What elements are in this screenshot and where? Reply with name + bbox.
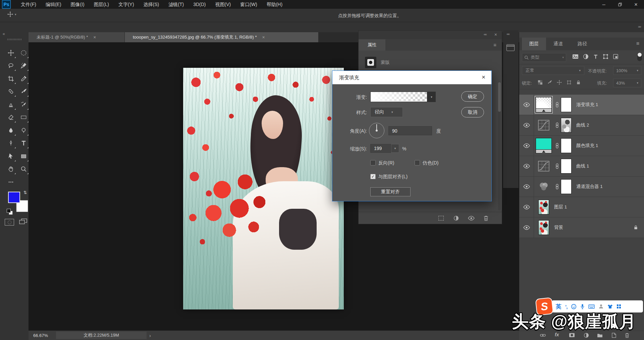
align-with-layer-checkbox[interactable] <box>370 174 376 179</box>
collapse-panels-icon[interactable]: «« <box>506 32 509 36</box>
reset-alignment-button[interactable]: 重置对齐 <box>370 187 411 196</box>
apply-mask-icon[interactable] <box>453 215 459 221</box>
tab-properties[interactable]: 属性 <box>359 39 385 51</box>
layer-row-gradient-fill[interactable]: 渐变填充 1 <box>519 95 644 115</box>
dialog-title-bar[interactable]: 渐变填充 × <box>332 71 491 84</box>
opacity-dropdown[interactable]: 100% <box>613 66 641 75</box>
layer-mask-thumbnail[interactable] <box>561 97 572 112</box>
collapse-panel-icon[interactable]: «« <box>484 32 486 36</box>
style-dropdown[interactable]: 径向 <box>370 107 403 117</box>
ime-language-mode[interactable]: 英 <box>556 303 561 310</box>
menu-type[interactable]: 文字(Y) <box>114 0 139 9</box>
panel-menu-icon[interactable] <box>636 41 639 47</box>
new-layer-icon[interactable] <box>611 333 616 338</box>
ok-button[interactable]: 确定 <box>461 91 484 102</box>
visibility-toggle[interactable] <box>519 136 534 156</box>
visibility-toggle[interactable] <box>519 197 534 217</box>
path-select-tool[interactable] <box>4 150 17 163</box>
tab-layers[interactable]: 图层 <box>522 38 546 50</box>
channel-mixer-icon[interactable] <box>538 182 549 192</box>
layer-name[interactable]: 渐变填充 1 <box>576 102 598 108</box>
curves-icon[interactable] <box>538 161 549 172</box>
properties-scrollbar[interactable] <box>498 82 501 210</box>
eyedropper-tool[interactable] <box>17 72 30 85</box>
visibility-toggle[interactable] <box>519 217 534 238</box>
minimize-button[interactable]: ─ <box>596 0 612 9</box>
tab-paths[interactable]: 路径 <box>570 38 594 50</box>
keyboard-icon[interactable] <box>588 304 595 309</box>
menu-layer[interactable]: 图层(L) <box>89 0 114 9</box>
add-mask-icon[interactable] <box>569 333 575 338</box>
layer-row-background[interactable]: 背景 <box>519 217 644 238</box>
link-layers-icon[interactable] <box>540 333 546 338</box>
layer-row-layer-1[interactable]: 图层 1 <box>519 197 644 217</box>
adjustment-layer-icon[interactable] <box>584 333 589 338</box>
angle-dial[interactable] <box>369 123 384 138</box>
layer-row-curves-2[interactable]: 曲线 2 <box>519 115 644 136</box>
quick-mask-button[interactable] <box>5 219 14 226</box>
layer-filter-search[interactable]: 类型 <box>522 53 566 62</box>
pen-tool[interactable] <box>4 137 17 150</box>
ime-punctuation-icon[interactable]: ’, <box>565 304 567 309</box>
visibility-toggle[interactable] <box>519 95 534 115</box>
panel-thumbnail-icon[interactable] <box>506 44 515 51</box>
angle-input[interactable]: 90 <box>388 126 432 135</box>
marquee-tool[interactable] <box>17 46 30 59</box>
crop-tool[interactable] <box>4 72 17 85</box>
curves-icon[interactable] <box>538 120 549 131</box>
toolbox-grid-icon[interactable] <box>616 304 621 309</box>
filter-adjustment-icon[interactable] <box>583 54 589 59</box>
layer-mask-thumbnail[interactable] <box>561 159 572 174</box>
gradient-dropdown-icon[interactable] <box>427 92 436 102</box>
menu-help[interactable]: 帮助(H) <box>262 0 287 9</box>
lock-transparent-icon[interactable] <box>538 80 542 85</box>
layer-thumbnail[interactable] <box>538 200 549 214</box>
layer-name[interactable]: 通道混合器 1 <box>576 184 603 190</box>
color-fill-thumbnail[interactable] <box>536 138 552 153</box>
lock-pixels-icon[interactable] <box>547 80 552 85</box>
clone-stamp-tool[interactable] <box>4 98 17 111</box>
dither-label[interactable]: 仿色(D) <box>423 160 438 166</box>
lock-artboard-icon[interactable] <box>567 80 572 85</box>
blend-mode-dropdown[interactable]: 正常 <box>522 66 584 75</box>
reverse-checkbox[interactable] <box>370 160 376 165</box>
layer-row-channel-mixer[interactable]: 通道混合器 1 <box>519 177 644 197</box>
dialog-close-icon[interactable]: × <box>482 74 485 81</box>
delete-mask-trash-icon[interactable] <box>483 215 489 221</box>
load-selection-icon[interactable] <box>438 216 444 221</box>
filter-shape-icon[interactable] <box>603 54 608 59</box>
filter-image-icon[interactable] <box>572 54 579 59</box>
menu-select[interactable]: 选择(S) <box>139 0 164 9</box>
reverse-label[interactable]: 反向(R) <box>378 160 394 166</box>
zoom-level-field[interactable]: 66.67% <box>33 333 48 338</box>
collapse-toolbar-icon[interactable]: « <box>3 32 4 36</box>
mixer-brush-tool[interactable] <box>17 98 30 111</box>
layer-mask-thumbnail[interactable] <box>561 118 572 133</box>
layer-name[interactable]: 曲线 2 <box>576 122 589 128</box>
user-icon[interactable] <box>598 304 604 309</box>
close-panel-icon[interactable]: × <box>494 32 497 37</box>
brush-tool[interactable] <box>17 85 30 98</box>
microphone-icon[interactable] <box>580 304 585 309</box>
visibility-toggle[interactable] <box>519 156 534 176</box>
menu-3d[interactable]: 3D(D) <box>189 0 210 9</box>
tab-channels[interactable]: 通道 <box>546 38 570 50</box>
layer-name[interactable]: 背景 <box>554 225 563 231</box>
layer-row-color-fill[interactable]: 颜色填充 1 <box>519 136 644 156</box>
menu-view[interactable]: 视图(V) <box>210 0 235 9</box>
skin-shirt-icon[interactable] <box>607 304 613 309</box>
visibility-toggle[interactable] <box>519 177 534 197</box>
current-tool-button[interactable] <box>7 11 16 17</box>
filter-type-icon[interactable] <box>593 54 598 59</box>
emoji-icon[interactable] <box>571 304 577 309</box>
close-icon[interactable]: × <box>262 35 265 40</box>
menu-window[interactable]: 窗口(W) <box>235 0 262 9</box>
healing-brush-tool[interactable] <box>4 85 17 98</box>
visibility-toggle[interactable] <box>519 115 534 135</box>
layer-mask-thumbnail[interactable] <box>561 138 572 153</box>
layer-thumbnail[interactable] <box>538 220 549 235</box>
gradient-tool[interactable] <box>17 111 30 124</box>
hand-tool[interactable] <box>4 163 17 176</box>
quick-selection-tool[interactable] <box>17 59 30 72</box>
document-size-info[interactable]: 文档:2.22M/5.19M <box>56 332 147 339</box>
